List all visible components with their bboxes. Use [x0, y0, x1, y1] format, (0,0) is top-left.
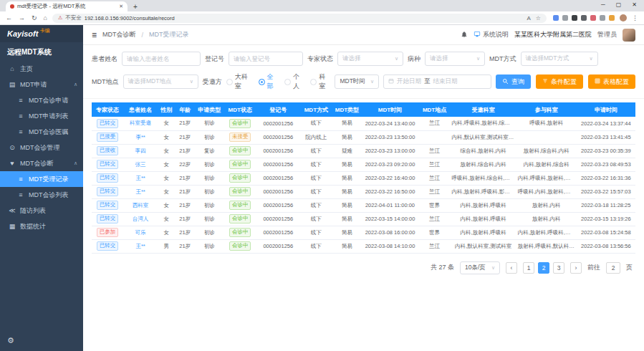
page-button-3[interactable]: 3	[553, 262, 564, 274]
forward-icon[interactable]: →	[19, 14, 25, 21]
diagnose-icon: ♥	[9, 160, 16, 167]
patient-name-link[interactable]: 王**	[135, 188, 145, 195]
table-row: 已接受李**女21岁初诊未接受0002001256院内线上简易2022-03-2…	[92, 130, 635, 144]
grid-icon	[595, 78, 600, 85]
mdt-mode-label: MDT方式	[489, 54, 516, 64]
browser-home-icon[interactable]: ⌂	[44, 14, 47, 21]
sidebar-item-MDT会诊管理[interactable]: ⊙MDT会诊管理	[0, 140, 83, 155]
patient-name-link[interactable]: 王**	[135, 175, 145, 181]
extension-icon[interactable]	[609, 15, 615, 21]
sidebar-item-MDT会诊断[interactable]: ♥MDT会诊断∧	[0, 155, 83, 171]
patient-name-link[interactable]: 科室受邀	[130, 120, 151, 126]
expert-status-tag: 已转交	[97, 201, 119, 210]
mdt-time-select[interactable]: MDT时间∨	[335, 74, 379, 89]
sidebar-subitem-label: MDT会诊医嘱	[29, 128, 69, 137]
close-button[interactable]: ✕	[632, 1, 637, 8]
cell-mdt_place: 世界	[419, 226, 451, 239]
breadcrumb-current: MDT受理记录	[149, 30, 189, 39]
radio-科室[interactable]: 科室	[310, 72, 330, 91]
disease-select[interactable]: 请选择∨	[425, 52, 485, 66]
browser-tab[interactable]: mdt受理记录 - 远程MDT系统 ✕	[6, 1, 128, 11]
cell-joined: 呼吸科,内科,放射科,影像科	[516, 185, 577, 198]
sidebar-item-随访列表[interactable]: ≪随访列表	[0, 203, 83, 218]
cell-reg_no: 0002001256	[256, 239, 299, 253]
browser-addressbar: ← → ↻ ⌂ ⚠ 不安全 192.168.0.156:9002/consult…	[0, 11, 644, 25]
date-range-picker[interactable]: 开始日期 至 结束日期	[383, 74, 491, 89]
radio-全部[interactable]: 全部	[259, 72, 279, 91]
bell-icon[interactable]	[461, 31, 468, 39]
goto-label: 前往	[587, 263, 600, 272]
expert-status-select[interactable]: 请选择∨	[337, 52, 403, 66]
expert-status-tag: 已接收	[97, 146, 119, 155]
sidebar-item-MDT申请[interactable]: ▤MDT申请∧	[0, 77, 83, 92]
sidebar-subitem-MDT受理记录[interactable]: ≡MDT受理记录	[0, 171, 83, 187]
breadcrumb-parent[interactable]: MDT会诊断	[102, 30, 136, 39]
translate-icon[interactable]: A	[527, 15, 530, 21]
maximize-button[interactable]: ▢	[616, 1, 622, 8]
cell-mdt_mode: 线下	[299, 185, 332, 198]
back-icon[interactable]: ←	[6, 14, 12, 21]
extension-icon[interactable]	[572, 15, 577, 21]
url-bar[interactable]: ⚠ 不安全 192.168.0.156:9002/consultale/reco…	[52, 14, 547, 23]
cell-reg_no: 0002001256	[256, 117, 299, 130]
system-help-button[interactable]: 系统说明	[474, 30, 509, 39]
page-size-select[interactable]: 10条/页∨	[460, 261, 500, 274]
radio-大科室[interactable]: 大科室	[226, 72, 253, 91]
sidebar-subitem-MDT会诊申请[interactable]: ≡MDT会诊申请	[0, 92, 83, 108]
mdt-status-tag: 会诊中	[229, 119, 251, 128]
expert-status-label: 专家状态	[307, 54, 333, 64]
next-page-button[interactable]: ›	[570, 262, 582, 274]
expert-status-tag: 已转交	[97, 173, 119, 183]
patient-name-input[interactable]	[127, 55, 196, 62]
prev-page-button[interactable]: ‹	[506, 262, 517, 274]
favicon-icon	[10, 4, 14, 9]
patient-name-link[interactable]: 张三	[135, 161, 146, 168]
cell-name: 台湾人	[123, 212, 158, 226]
browser-profile-icon[interactable]	[620, 14, 627, 21]
filter-buttons: 查询 条件配置 表格配置	[496, 74, 635, 89]
cell-name: 科室受邀	[123, 117, 158, 130]
sidebar-subitem-MDT申请列表[interactable]: ≡MDT申请列表	[0, 108, 83, 124]
bookmark-star-icon[interactable]: ☆	[536, 15, 541, 21]
invited-party-group: 大科室全部个人科室	[226, 72, 331, 91]
register-no-input[interactable]	[234, 55, 298, 62]
gear-icon[interactable]: ⚙	[7, 336, 14, 345]
refresh-icon[interactable]: ↻	[32, 14, 37, 21]
patient-name-link[interactable]: 台湾人	[133, 216, 149, 222]
cell-mdt_mode: 线下	[299, 239, 332, 253]
sidebar-item-label: MDT会诊管理	[20, 143, 60, 153]
cell-reg_no: 0002001256	[256, 226, 299, 239]
goto-page-input[interactable]	[606, 262, 620, 274]
col-header-mdt_type: MDT类型	[332, 102, 361, 117]
minimize-button[interactable]: ─	[601, 1, 605, 8]
patient-name-link[interactable]: 王**	[135, 243, 145, 249]
table-config-button[interactable]: 表格配置	[588, 74, 635, 89]
browser-menu-icon[interactable]: ⋮	[632, 14, 638, 21]
extension-icon[interactable]	[553, 15, 559, 21]
extension-icon[interactable]	[562, 15, 568, 21]
sidebar-item-主页[interactable]: ⌂主页	[0, 61, 83, 77]
extension-icon[interactable]	[581, 15, 587, 21]
tab-close-icon[interactable]: ✕	[119, 4, 123, 9]
mdt-status-tag: 会诊中	[229, 214, 251, 223]
sidebar-subitem-MDT会诊列表[interactable]: ≡MDT会诊列表	[0, 187, 83, 203]
patient-name-link[interactable]: 西科室	[133, 202, 149, 208]
patient-name-link[interactable]: 李四	[135, 148, 146, 154]
hamburger-icon[interactable]: ≡	[92, 30, 97, 40]
patient-name-link[interactable]: 李**	[135, 134, 145, 140]
sidebar-subitem-MDT会诊医嘱[interactable]: ≡MDT会诊医嘱	[0, 124, 83, 140]
extension-icon[interactable]	[590, 15, 596, 21]
radio-个人[interactable]: 个人	[284, 72, 304, 91]
new-tab-button[interactable]: +	[133, 3, 138, 11]
list-icon: ≡	[17, 128, 24, 135]
user-avatar[interactable]	[623, 29, 635, 42]
condition-config-button[interactable]: 条件配置	[536, 74, 583, 89]
mdt-mode-select[interactable]: 请选择MDT方式∨	[521, 52, 598, 66]
mdt-place-select[interactable]: 请选择MDT地点∨	[123, 74, 198, 89]
sidebar-item-数据统计[interactable]: ▦数据统计	[0, 218, 83, 234]
page-button-2[interactable]: 2	[538, 262, 549, 274]
patient-name-link[interactable]: 可乐	[135, 229, 146, 236]
extension-icon[interactable]	[600, 15, 605, 21]
page-button-1[interactable]: 1	[523, 262, 534, 274]
search-button[interactable]: 查询	[496, 74, 531, 89]
